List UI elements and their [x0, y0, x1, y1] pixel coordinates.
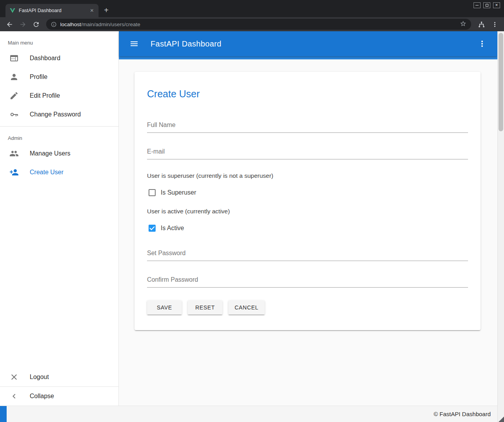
- page-title: Create User: [147, 88, 468, 100]
- person-icon: [9, 72, 19, 82]
- create-user-card: Create User User is superuser (currently…: [135, 72, 481, 330]
- cancel-button[interactable]: CANCEL: [228, 300, 265, 315]
- scrollbar-thumb[interactable]: [499, 33, 503, 131]
- reload-icon: [32, 21, 40, 28]
- sidebar-item-logout[interactable]: Logout: [0, 368, 118, 386]
- reload-button[interactable]: [30, 19, 41, 30]
- appbar-extension: [119, 56, 497, 59]
- url-host: localhost: [60, 21, 81, 27]
- confirm-password-input[interactable]: [147, 274, 468, 288]
- info-icon[interactable]: [51, 21, 57, 27]
- save-button[interactable]: SAVE: [147, 300, 182, 315]
- vertical-scrollbar[interactable]: [497, 31, 504, 422]
- hamburger-menu-icon[interactable]: [129, 39, 139, 48]
- tab-close-icon[interactable]: ✕: [89, 7, 95, 14]
- main-area: FastAPI Dashboard Create User User is su…: [119, 31, 497, 406]
- sidebar-item-profile[interactable]: Profile: [0, 68, 118, 86]
- sitemap-icon: [478, 21, 485, 28]
- forward-arrow-icon: [19, 21, 27, 28]
- appbar-title: FastAPI Dashboard: [151, 39, 221, 48]
- window-resize-grip[interactable]: [499, 417, 504, 422]
- sidebar-item-change-password[interactable]: Change Password: [0, 105, 118, 124]
- full-name-field: [147, 119, 468, 133]
- sidebar-item-label: Logout: [30, 374, 49, 381]
- main-content: Create User User is superuser (currently…: [119, 59, 497, 406]
- superuser-checkbox[interactable]: [149, 189, 156, 196]
- reset-button[interactable]: RESET: [188, 300, 222, 315]
- sidebar-item-label: Dashboard: [30, 55, 60, 62]
- sidebar: Main menu Dashboard Profile Edit Profile: [0, 31, 119, 406]
- close-icon: [9, 372, 19, 382]
- appbar-kebab-menu-icon[interactable]: [477, 39, 487, 48]
- browser-tab[interactable]: FastAPI Dashboard ✕: [5, 4, 99, 17]
- sidebar-item-edit-profile[interactable]: Edit Profile: [0, 86, 118, 105]
- back-button[interactable]: [4, 19, 15, 30]
- sidebar-item-label: Edit Profile: [30, 92, 60, 99]
- forward-button[interactable]: [17, 19, 28, 30]
- sidebar-section-admin: Admin: [0, 127, 118, 144]
- copyright-text: © FastAPI Dashboard: [434, 411, 491, 417]
- url-path: /main/admin/users/create: [81, 21, 140, 27]
- window-controls: ✕: [474, 2, 500, 8]
- sidebar-section-main-menu: Main menu: [0, 31, 118, 49]
- bookmark-button[interactable]: [460, 20, 466, 29]
- sidebar-item-label: Collapse: [30, 393, 54, 400]
- sidebar-item-label: Profile: [30, 73, 47, 80]
- form-actions: SAVE RESET CANCEL: [147, 300, 468, 315]
- sidebar-item-collapse[interactable]: Collapse: [0, 387, 118, 406]
- key-icon: [9, 110, 19, 119]
- address-bar[interactable]: localhost/main/admin/users/create: [46, 19, 471, 30]
- active-checkbox-label: Is Active: [161, 225, 184, 232]
- browser-menu-button[interactable]: [489, 19, 500, 30]
- sidebar-spacer: [0, 182, 118, 368]
- active-checkbox[interactable]: [149, 225, 156, 232]
- minimize-icon: [475, 5, 479, 5]
- url-text: localhost/main/admin/users/create: [60, 21, 456, 27]
- active-hint: User is active (currently active): [147, 208, 468, 215]
- browser-titlebar: FastAPI Dashboard ✕ + ✕: [0, 0, 504, 17]
- email-field: [147, 146, 468, 159]
- sidebar-item-manage-users[interactable]: Manage Users: [0, 144, 118, 163]
- window-minimize-button[interactable]: [474, 2, 481, 8]
- browser-toolbar: localhost/main/admin/users/create: [0, 17, 504, 31]
- dashboard-icon: [9, 54, 19, 63]
- window-close-button[interactable]: ✕: [493, 2, 500, 8]
- new-tab-button[interactable]: +: [104, 6, 109, 14]
- people-icon: [9, 149, 19, 158]
- sidebar-item-label: Create User: [30, 169, 63, 176]
- vue-logo-favicon: [9, 7, 16, 14]
- app-bar: FastAPI Dashboard: [119, 31, 497, 56]
- pencil-icon: [9, 91, 19, 100]
- email-input[interactable]: [147, 146, 468, 159]
- page-body: Main menu Dashboard Profile Edit Profile: [0, 31, 504, 406]
- star-outline-icon: [460, 20, 466, 27]
- sidebar-item-label: Manage Users: [30, 150, 70, 157]
- set-password-input[interactable]: [147, 247, 468, 261]
- confirm-password-field: [147, 274, 468, 288]
- full-name-input[interactable]: [147, 119, 468, 133]
- browser-window: FastAPI Dashboard ✕ + ✕ localhost/main/a…: [0, 0, 504, 422]
- kebab-menu-icon: [491, 21, 499, 28]
- person-add-icon: [9, 168, 19, 177]
- superuser-checkbox-label: Is Superuser: [161, 189, 196, 196]
- back-arrow-icon: [6, 21, 13, 28]
- superuser-checkbox-row[interactable]: Is Superuser: [149, 189, 468, 196]
- window-maximize-button[interactable]: [483, 2, 490, 8]
- tab-title: FastAPI Dashboard: [19, 8, 86, 13]
- superuser-hint: User is superuser (currently is not a su…: [147, 172, 468, 179]
- page-footer: © FastAPI Dashboard: [0, 406, 497, 422]
- sidebar-item-label: Change Password: [30, 111, 81, 118]
- browser-extras-button[interactable]: [476, 19, 487, 30]
- maximize-icon: [486, 4, 488, 7]
- chevron-left-icon: [9, 392, 19, 401]
- sidebar-item-create-user[interactable]: Create User: [0, 163, 118, 182]
- sidebar-item-dashboard[interactable]: Dashboard: [0, 49, 118, 68]
- footer-accent-block: [0, 406, 7, 422]
- active-checkbox-row[interactable]: Is Active: [149, 225, 468, 232]
- set-password-field: [147, 247, 468, 261]
